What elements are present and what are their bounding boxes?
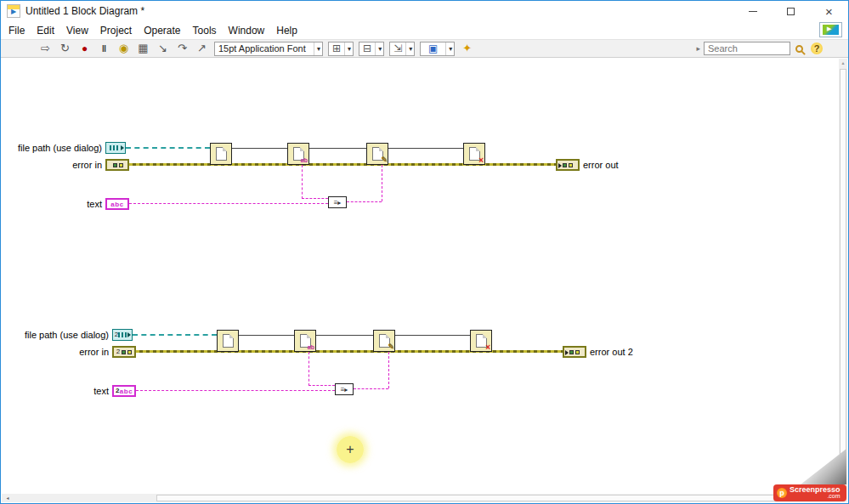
maximize-button[interactable] [772, 1, 810, 21]
menu-view[interactable]: View [60, 23, 94, 38]
step-out-button[interactable]: ↗ [193, 41, 211, 56]
concatenate-strings-node[interactable]: ≡▸ [328, 196, 347, 208]
toolbar-overflow-icon[interactable]: ▸ [696, 44, 700, 53]
chevron-down-icon: ▾ [405, 42, 412, 55]
error-out-label: error out 2 [590, 346, 633, 358]
step-over-button[interactable]: ↷ [173, 41, 191, 56]
watermark-pill: p Screenpresso .com [773, 484, 846, 501]
text-terminal[interactable]: abc [105, 198, 129, 210]
chevron-down-icon: ▾ [314, 42, 320, 55]
search-icon[interactable] [795, 45, 803, 53]
step-into-button[interactable]: ↘ [154, 41, 172, 56]
run-button[interactable]: ⇨ [37, 41, 54, 56]
scroll-up-icon[interactable]: ▴ [839, 59, 847, 68]
close-file-node[interactable]: × [470, 330, 492, 352]
align-objects-icon: ⊞ [332, 42, 341, 54]
search-input[interactable] [704, 42, 790, 55]
error-cluster-icon [127, 350, 132, 354]
text-label: text [10, 198, 102, 210]
set-file-position-node[interactable]: ab [294, 330, 316, 352]
menu-tools[interactable]: Tools [187, 23, 223, 38]
minimize-button[interactable] [733, 1, 772, 21]
menu-operate[interactable]: Operate [138, 23, 186, 38]
scroll-left-icon[interactable]: ◂ [2, 494, 14, 502]
node-glyph: ab [308, 344, 314, 350]
string-branch-wire-horizontal[interactable] [302, 198, 328, 199]
close-button[interactable]: × [810, 1, 848, 21]
abort-button[interactable]: ● [76, 41, 93, 56]
cursor-highlight: + [337, 436, 364, 463]
highlight-execution-button[interactable]: ◉ [115, 41, 133, 56]
concat-output-wire-vertical[interactable] [388, 352, 389, 388]
menu-project[interactable]: Project [94, 23, 138, 38]
refnum-wire[interactable] [239, 335, 470, 336]
text-terminal[interactable]: 2 abc [112, 385, 136, 397]
text-string-wire[interactable] [129, 203, 328, 204]
set-file-position-node[interactable]: ab [287, 143, 309, 165]
error-wire[interactable] [136, 350, 563, 353]
error-cluster-icon [119, 163, 123, 167]
concat-output-wire-vertical[interactable] [382, 165, 382, 201]
file-icon [223, 334, 234, 348]
vertical-scrollbar[interactable]: ▴ ▾ [839, 59, 847, 494]
text-string-wire[interactable] [136, 390, 335, 391]
watermark-brand: Screenpresso [790, 486, 841, 493]
menu-file[interactable]: File [3, 23, 31, 38]
diagram-2: file path (use dialog) error in text err… [17, 328, 671, 405]
terminal-prefix: 2 [116, 348, 120, 355]
file-path-label: file path (use dialog) [17, 329, 109, 341]
error-in-label: error in [10, 159, 102, 171]
minimize-icon [749, 11, 757, 12]
close-file-node[interactable]: × [463, 143, 485, 165]
chevron-down-icon: ▾ [375, 42, 382, 55]
horizontal-scrollbar[interactable]: ◂ ▸ [2, 494, 839, 502]
vertical-scrollbar-thumb[interactable] [840, 69, 846, 460]
file-path-label: file path (use dialog) [10, 142, 102, 154]
menu-help[interactable]: Help [270, 23, 303, 38]
write-text-file-node[interactable]: ✎ [373, 330, 395, 352]
concat-output-wire-horizontal[interactable] [347, 201, 382, 202]
file-path-wire[interactable] [126, 147, 210, 149]
align-objects-button[interactable]: ⊞ ▾ [328, 42, 354, 56]
crosshair-cursor: + [346, 442, 354, 457]
distribute-objects-button[interactable]: ⊟ ▾ [359, 42, 384, 56]
block-diagram-canvas[interactable]: file path (use dialog) error in text err… [2, 59, 839, 494]
error-cluster-icon [575, 350, 580, 354]
string-branch-wire-horizontal[interactable] [308, 385, 335, 386]
context-help-button[interactable]: ? [811, 42, 823, 54]
reorder-button[interactable]: ▣ ▾ [420, 42, 455, 56]
error-out-terminal[interactable] [556, 159, 580, 171]
pause-button[interactable]: ‖ [95, 41, 113, 56]
error-in-terminal[interactable]: 2 [112, 346, 136, 358]
error-wire[interactable] [129, 163, 556, 166]
concat-output-wire-horizontal[interactable] [354, 388, 388, 389]
error-in-terminal[interactable] [105, 159, 129, 171]
title-bar: Untitled 1 Block Diagram * × [1, 1, 848, 21]
file-path-terminal[interactable]: 2 [112, 329, 133, 341]
clean-up-diagram-button[interactable]: ✦ [458, 41, 476, 56]
labview-logo-inner [823, 25, 839, 35]
open-create-file-node[interactable] [210, 143, 232, 165]
resize-objects-button[interactable]: ⇲ ▾ [389, 42, 415, 56]
refnum-wire[interactable] [232, 148, 463, 149]
horizontal-scrollbar-thumb[interactable] [156, 495, 826, 501]
file-icon [216, 147, 227, 161]
menu-edit[interactable]: Edit [31, 23, 60, 38]
font-selector-value: 15pt Application Font [218, 43, 306, 54]
toolbar-search: ▸ ? [696, 42, 823, 55]
open-create-file-node[interactable] [217, 330, 239, 352]
resize-objects-icon: ⇲ [393, 42, 402, 54]
run-continuously-button[interactable]: ↻ [56, 41, 74, 56]
file-path-terminal[interactable] [105, 142, 126, 154]
error-out-label: error out [583, 159, 619, 171]
file-path-wire[interactable] [133, 334, 217, 336]
write-text-file-node[interactable]: ✎ [366, 143, 388, 165]
string-branch-wire-vertical[interactable] [302, 165, 303, 199]
error-out-terminal[interactable] [563, 346, 586, 358]
concatenate-strings-node[interactable]: ≡▸ [335, 383, 354, 395]
string-branch-wire-vertical[interactable] [308, 352, 309, 386]
font-selector[interactable]: 15pt Application Font ▾ [214, 42, 323, 56]
retain-wire-values-button[interactable]: ▦ [134, 41, 152, 56]
menu-window[interactable]: Window [223, 23, 271, 38]
distribute-objects-icon: ⊟ [363, 42, 371, 54]
